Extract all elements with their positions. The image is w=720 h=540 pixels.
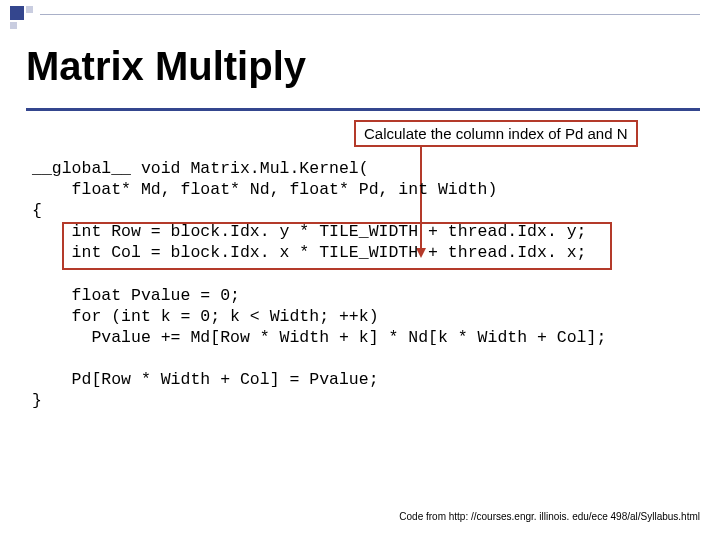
- top-rule: [40, 14, 700, 15]
- footer-credit: Code from http: //courses.engr. illinois…: [399, 511, 700, 522]
- code-block: __global__ void Matrix.Mul.Kernel( float…: [32, 158, 688, 411]
- code-line: Pvalue += Md[Row * Width + k] * Nd[k * W…: [32, 328, 606, 347]
- corner-decoration: [0, 0, 38, 38]
- callout-box: Calculate the column index of Pd and N: [354, 120, 638, 147]
- slide: Matrix Multiply Calculate the column ind…: [0, 0, 720, 540]
- code-line: int Row = block.Idx. y * TILE_WIDTH + th…: [32, 222, 587, 241]
- title-underline: [26, 108, 700, 111]
- code-line: Pd[Row * Width + Col] = Pvalue;: [32, 370, 379, 389]
- callout-text: Calculate the column index of Pd and N: [364, 125, 628, 142]
- code-line: }: [32, 391, 42, 410]
- code-line: __global__ void Matrix.Mul.Kernel(: [32, 159, 369, 178]
- code-line: {: [32, 201, 42, 220]
- code-line: float* Md, float* Nd, float* Pd, int Wid…: [32, 180, 497, 199]
- code-line: for (int k = 0; k < Width; ++k): [32, 307, 379, 326]
- code-line: int Col = block.Idx. x * TILE_WIDTH + th…: [32, 243, 587, 262]
- slide-title: Matrix Multiply: [26, 44, 306, 89]
- code-line: float Pvalue = 0;: [32, 286, 240, 305]
